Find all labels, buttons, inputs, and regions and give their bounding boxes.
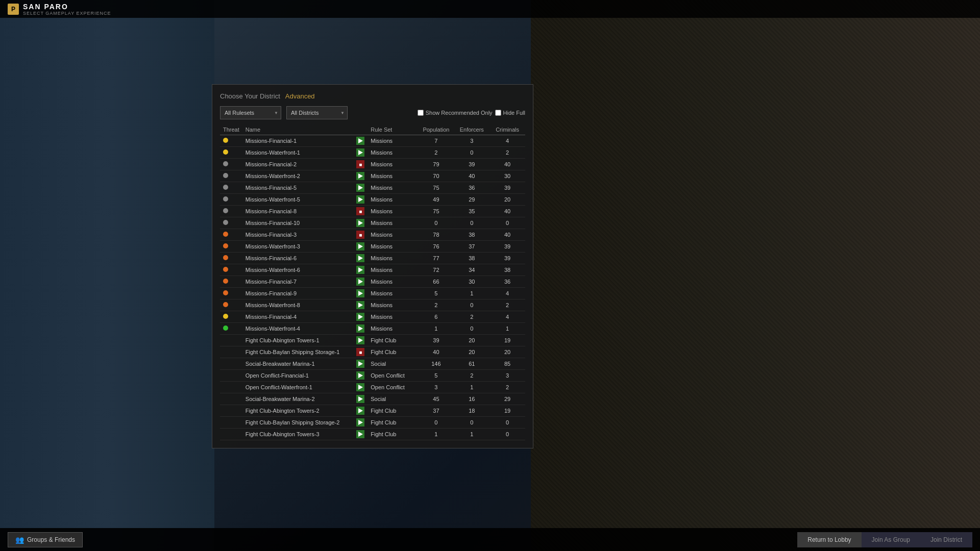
play-button-icon[interactable] <box>356 195 364 204</box>
advanced-link[interactable]: Advanced <box>285 92 315 100</box>
population-cell: 146 <box>418 358 454 370</box>
action-cell[interactable] <box>353 276 368 288</box>
play-button-icon[interactable] <box>356 360 364 368</box>
table-row[interactable]: Missions-Financial-6Missions773839 <box>220 253 525 264</box>
groups-friends-button[interactable]: 👥 Groups & Friends <box>8 532 83 547</box>
table-row[interactable]: Missions-Financial-1Missions734 <box>220 135 525 147</box>
join-district-button[interactable]: Join District <box>920 532 972 547</box>
play-button-icon[interactable] <box>356 266 364 274</box>
action-cell[interactable] <box>353 382 368 393</box>
play-button-icon[interactable] <box>356 407 364 415</box>
play-button-icon[interactable] <box>356 371 364 380</box>
districts-select[interactable]: All Districts Financial Waterfront <box>286 106 348 119</box>
table-row[interactable]: Missions-Waterfront-8Missions202 <box>220 299 525 311</box>
play-button-icon[interactable] <box>356 301 364 309</box>
action-cell[interactable]: ■ <box>353 346 368 358</box>
play-button-icon[interactable] <box>356 383 364 391</box>
join-as-group-button[interactable]: Join As Group <box>862 532 920 547</box>
play-button-icon[interactable] <box>356 254 364 262</box>
play-button-icon[interactable] <box>356 184 364 192</box>
hide-full-checkbox[interactable] <box>495 110 501 116</box>
action-cell[interactable] <box>353 135 368 147</box>
play-button-icon[interactable] <box>356 430 364 438</box>
play-triangle-icon <box>358 314 363 319</box>
population-cell: 37 <box>418 405 454 417</box>
play-button-icon[interactable] <box>356 242 364 251</box>
action-cell[interactable] <box>353 370 368 382</box>
lock-icon[interactable]: ■ <box>356 231 364 239</box>
table-row[interactable]: Missions-Waterfront-5Missions492920 <box>220 194 525 206</box>
criminals-cell: 85 <box>489 358 525 370</box>
table-row[interactable]: Open Conflict-Waterfront-1Open Conflict3… <box>220 382 525 393</box>
table-row[interactable]: Missions-Financial-3■Missions783840 <box>220 229 525 241</box>
action-cell[interactable] <box>353 311 368 323</box>
action-cell[interactable] <box>353 182 368 194</box>
action-cell[interactable] <box>353 299 368 311</box>
rulesets-select[interactable]: All Rulesets Missions Fight Club Social … <box>220 106 281 119</box>
lock-icon[interactable]: ■ <box>356 207 364 215</box>
table-row[interactable]: Missions-Waterfront-1Missions202 <box>220 147 525 159</box>
table-row[interactable]: Missions-Waterfront-6Missions723438 <box>220 264 525 276</box>
ruleset-cell: Missions <box>368 229 418 241</box>
play-button-icon[interactable] <box>356 313 364 321</box>
table-row[interactable]: Missions-Financial-7Missions663036 <box>220 276 525 288</box>
action-cell[interactable]: ■ <box>353 206 368 217</box>
col-name-header: Name <box>242 124 353 135</box>
play-button-icon[interactable] <box>356 418 364 427</box>
action-cell[interactable] <box>353 147 368 159</box>
action-cell[interactable] <box>353 323 368 335</box>
action-cell[interactable] <box>353 417 368 429</box>
table-row[interactable]: Missions-Waterfront-2Missions704030 <box>220 170 525 182</box>
table-row[interactable]: Fight Club-Abington Towers-2Fight Club37… <box>220 405 525 417</box>
action-cell[interactable] <box>353 253 368 264</box>
action-cell[interactable] <box>353 264 368 276</box>
action-cell[interactable] <box>353 429 368 440</box>
play-triangle-icon <box>358 408 363 413</box>
col-threat-header[interactable]: Threat <box>220 124 242 135</box>
play-button-icon[interactable] <box>356 336 364 344</box>
table-row[interactable]: Open Conflict-Financial-1Open Conflict52… <box>220 370 525 382</box>
lock-icon[interactable]: ■ <box>356 348 364 356</box>
play-button-icon[interactable] <box>356 289 364 297</box>
play-button-icon[interactable] <box>356 395 364 403</box>
bottom-right-buttons: Return to Lobby Join As Group Join Distr… <box>797 532 972 547</box>
table-row[interactable]: Social-Breakwater Marina-1Social1466185 <box>220 358 525 370</box>
threat-cell <box>220 370 242 382</box>
table-row[interactable]: Fight Club-Baylan Shipping Storage-2Figh… <box>220 417 525 429</box>
action-cell[interactable]: ■ <box>353 159 368 170</box>
action-cell[interactable] <box>353 170 368 182</box>
ruleset-cell: Missions <box>368 264 418 276</box>
table-row[interactable]: Social-Breakwater Marina-2Social451629 <box>220 393 525 405</box>
action-cell[interactable] <box>353 405 368 417</box>
action-cell[interactable] <box>353 241 368 253</box>
threat-cell <box>220 382 242 393</box>
action-cell[interactable] <box>353 288 368 299</box>
play-button-icon[interactable] <box>356 278 364 286</box>
play-button-icon[interactable] <box>356 172 364 180</box>
threat-cell <box>220 147 242 159</box>
play-button-icon[interactable] <box>356 137 364 145</box>
play-button-icon[interactable] <box>356 324 364 333</box>
table-row[interactable]: Missions-Waterfront-4Missions101 <box>220 323 525 335</box>
play-button-icon[interactable] <box>356 219 364 227</box>
table-row[interactable]: Missions-Financial-10Missions000 <box>220 217 525 229</box>
action-cell[interactable] <box>353 194 368 206</box>
show-recommended-checkbox[interactable] <box>418 110 424 116</box>
table-row[interactable]: Fight Club-Baylan Shipping Storage-1■Fig… <box>220 346 525 358</box>
table-row[interactable]: Missions-Financial-8■Missions753540 <box>220 206 525 217</box>
table-row[interactable]: Fight Club-Abington Towers-3Fight Club11… <box>220 429 525 440</box>
table-row[interactable]: Missions-Financial-5Missions753639 <box>220 182 525 194</box>
action-cell[interactable]: ■ <box>353 229 368 241</box>
lock-icon[interactable]: ■ <box>356 160 364 168</box>
play-button-icon[interactable] <box>356 148 364 157</box>
action-cell[interactable] <box>353 393 368 405</box>
table-row[interactable]: Missions-Financial-4Missions624 <box>220 311 525 323</box>
action-cell[interactable] <box>353 335 368 346</box>
table-row[interactable]: Missions-Financial-2■Missions793940 <box>220 159 525 170</box>
table-row[interactable]: Fight Club-Abington Towers-1Fight Club39… <box>220 335 525 346</box>
table-row[interactable]: Missions-Waterfront-3Missions763739 <box>220 241 525 253</box>
action-cell[interactable] <box>353 217 368 229</box>
table-row[interactable]: Missions-Financial-9Missions514 <box>220 288 525 299</box>
return-to-lobby-button[interactable]: Return to Lobby <box>797 532 861 547</box>
action-cell[interactable] <box>353 358 368 370</box>
